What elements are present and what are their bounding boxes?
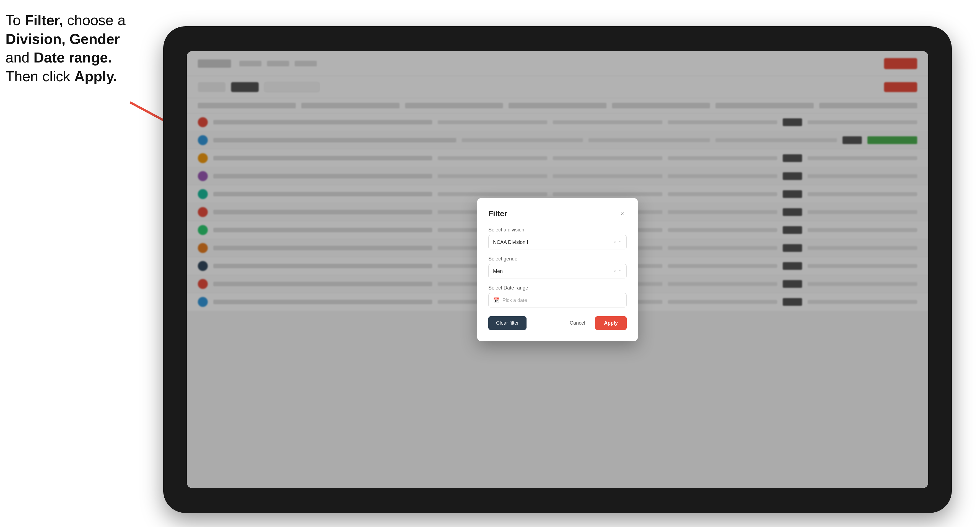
- instruction-bold-apply: Apply.: [75, 68, 117, 84]
- modal-close-button[interactable]: ×: [618, 209, 627, 218]
- gender-clear-icon[interactable]: ×: [613, 269, 616, 274]
- modal-overlay: Filter × Select a division NCAA Division…: [187, 51, 928, 488]
- gender-value: Men: [493, 268, 503, 274]
- date-placeholder: Pick a date: [503, 297, 527, 303]
- modal-footer-right: Cancel Apply: [564, 316, 627, 330]
- date-label: Select Date range: [488, 285, 627, 291]
- division-controls: × ⌃: [613, 240, 622, 245]
- filter-modal: Filter × Select a division NCAA Division…: [477, 198, 638, 341]
- tablet-frame: Filter × Select a division NCAA Division…: [163, 26, 952, 513]
- division-clear-icon[interactable]: ×: [613, 240, 616, 245]
- division-value: NCAA Division I: [493, 240, 528, 245]
- division-chevron-icon: ⌃: [619, 240, 622, 244]
- apply-button[interactable]: Apply: [595, 316, 627, 330]
- instruction-line1: To Filter, choose a: [6, 12, 126, 28]
- date-picker[interactable]: 📅 Pick a date: [488, 293, 627, 308]
- gender-form-group: Select gender Men × ⌃: [488, 256, 627, 278]
- gender-chevron-icon: ⌃: [619, 269, 622, 273]
- instruction-bold-date: Date range.: [33, 49, 112, 65]
- division-form-group: Select a division NCAA Division I × ⌃: [488, 227, 627, 249]
- cancel-button[interactable]: Cancel: [564, 316, 591, 330]
- instruction-bold-filter: Filter,: [25, 12, 63, 28]
- modal-footer: Clear filter Cancel Apply: [488, 316, 627, 330]
- gender-select[interactable]: Men × ⌃: [488, 264, 627, 278]
- date-form-group: Select Date range 📅 Pick a date: [488, 285, 627, 308]
- instruction-text: To Filter, choose a Division, Gender and…: [6, 11, 166, 86]
- tablet-screen: Filter × Select a division NCAA Division…: [187, 51, 928, 488]
- calendar-icon: 📅: [493, 297, 499, 303]
- gender-label: Select gender: [488, 256, 627, 262]
- clear-filter-button[interactable]: Clear filter: [488, 316, 527, 330]
- modal-header: Filter ×: [488, 209, 627, 218]
- modal-title: Filter: [488, 209, 507, 218]
- instruction-line4: Then click Apply.: [6, 68, 117, 84]
- division-label: Select a division: [488, 227, 627, 233]
- instruction-line3: and Date range.: [6, 49, 112, 65]
- gender-controls: × ⌃: [613, 269, 622, 274]
- division-select[interactable]: NCAA Division I × ⌃: [488, 235, 627, 249]
- instruction-bold-division-gender: Division, Gender: [6, 31, 120, 47]
